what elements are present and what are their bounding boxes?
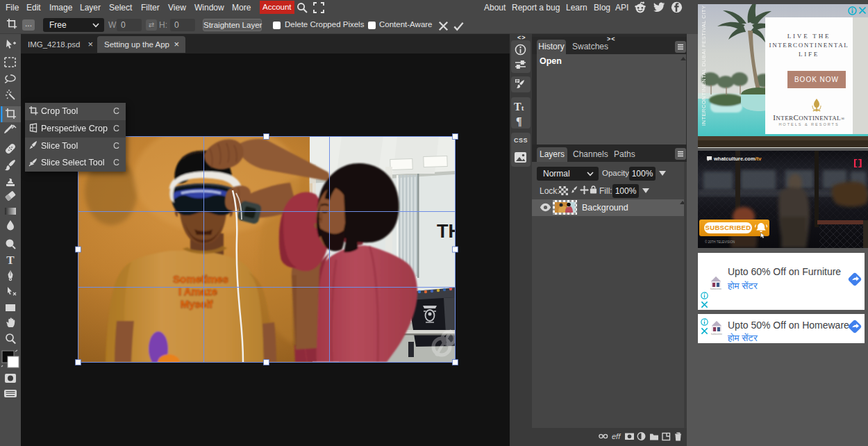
svg-text:T: T xyxy=(6,254,15,267)
svg-text:homecentre: homecentre xyxy=(711,333,722,336)
svg-text:eff: eff xyxy=(612,432,621,440)
svg-text:homecentre: homecentre xyxy=(710,288,721,290)
